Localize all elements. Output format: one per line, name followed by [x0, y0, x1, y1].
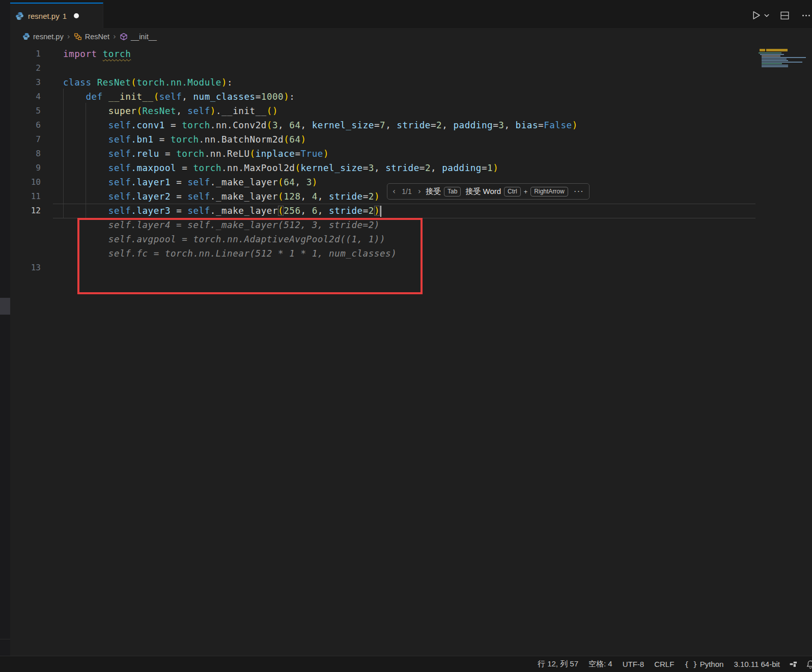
- run-python-file-button[interactable]: [750, 9, 770, 22]
- line-number-7[interactable]: 7: [10, 132, 41, 147]
- strip-divider: [0, 639, 10, 639]
- minimap-line: [766, 49, 788, 51]
- python-file-icon: [15, 12, 24, 20]
- code-line-12[interactable]: self.layer3 = self._make_layer(256, 6, s…: [63, 204, 381, 218]
- inline-suggestion-toolbar: ‹ 1/1 › 接受 Tab 接受 Word Ctrl + RightArrow…: [387, 183, 590, 200]
- indentation-item[interactable]: 空格: 4: [583, 656, 618, 672]
- tab-title: resnet.py: [28, 12, 60, 20]
- accept-word-label: 接受 Word: [465, 187, 501, 197]
- breadcrumb-class[interactable]: ResNet: [74, 33, 109, 41]
- suggestion-counter: 1/1: [400, 187, 413, 195]
- line-number-8[interactable]: 8: [10, 147, 41, 161]
- breadcrumb-method-label: __init__: [131, 33, 157, 41]
- minimap-line: [762, 62, 802, 63]
- accept-word-button[interactable]: 接受 Word Ctrl + RightArrow: [465, 187, 568, 197]
- code-line-7[interactable]: self.bn1 = torch.nn.BatchNorm2d(64): [63, 132, 306, 147]
- breadcrumb-class-label: ResNet: [85, 33, 109, 41]
- code-line-10[interactable]: self.layer1 = self._make_layer(64, 3): [63, 175, 318, 189]
- minimap-line: [760, 54, 784, 55]
- breadcrumb: resnet.py › ResNet › __init__: [10, 28, 812, 45]
- code-line-11[interactable]: self.layer2 = self._make_layer(128, 4, s…: [63, 189, 380, 204]
- status-bar: 行 12, 列 57 空格: 4 UTF-8 CRLF { } Python 3…: [0, 656, 812, 672]
- language-mode-item[interactable]: { } Python: [679, 656, 729, 672]
- minimap-line: [762, 66, 788, 67]
- code-line-6[interactable]: self.conv1 = torch.nn.Conv2d(3, 64, kern…: [63, 118, 578, 132]
- suggestion-more-button[interactable]: ···: [574, 186, 584, 197]
- method-symbol-icon: [120, 33, 128, 41]
- minimap-line: [759, 52, 781, 53]
- ctrl-keybinding: Ctrl: [504, 187, 521, 197]
- class-symbol-icon: [74, 33, 82, 41]
- tab-keybinding: Tab: [444, 187, 461, 197]
- line-number-10[interactable]: 10: [10, 175, 41, 189]
- line-number-9[interactable]: 9: [10, 161, 41, 175]
- breadcrumb-separator: ›: [113, 32, 116, 41]
- previous-suggestion-button[interactable]: ‹: [393, 187, 396, 196]
- minimap[interactable]: [10, 45, 812, 116]
- split-editor-icon: [780, 11, 790, 20]
- minimap-line: [762, 57, 806, 58]
- python-interpreter-item[interactable]: 3.10.11 64-bit: [729, 656, 785, 672]
- tab-problems-badge: 1: [63, 12, 67, 20]
- notifications-button[interactable]: [802, 656, 812, 672]
- breadcrumb-file[interactable]: resnet.py: [22, 33, 64, 41]
- tab-resnet-py[interactable]: resnet.py 1: [10, 3, 103, 28]
- line-number-11[interactable]: 11: [10, 189, 41, 204]
- encoding-item[interactable]: UTF-8: [618, 656, 650, 672]
- blocks-layout-icon: [789, 660, 798, 668]
- minimap-line: [760, 49, 765, 51]
- plus-sign: +: [524, 188, 528, 195]
- line-number-6[interactable]: 6: [10, 118, 41, 132]
- tab-bar: resnet.py 1: [10, 0, 812, 28]
- accept-suggestion-button[interactable]: 接受 Tab: [426, 187, 461, 197]
- code-editor[interactable]: 1import torch23class ResNet(torch.nn.Mod…: [10, 45, 812, 656]
- cursor-position-item[interactable]: 行 12, 列 57: [533, 656, 583, 672]
- python-file-icon: [22, 33, 30, 40]
- minimap-line: [762, 59, 787, 60]
- strip-drag-handle[interactable]: [0, 298, 10, 315]
- braces-icon: { }: [684, 660, 697, 668]
- split-editor-button[interactable]: [780, 9, 790, 22]
- more-actions-button[interactable]: [800, 9, 812, 22]
- play-triangle-icon: [753, 12, 760, 19]
- language-label: Python: [700, 660, 724, 668]
- minimap-line: [762, 63, 782, 64]
- accept-label: 接受: [426, 187, 441, 197]
- code-line-8[interactable]: self.relu = torch.nn.ReLU(inplace=True): [63, 147, 329, 161]
- breadcrumb-separator: ›: [67, 32, 70, 41]
- minimap-line: [762, 55, 780, 57]
- rightarrow-keybinding: RightArrow: [530, 187, 568, 197]
- annotation-red-box: [77, 218, 423, 294]
- vscode-window: resnet.py 1: [0, 0, 812, 672]
- activity-strip: [0, 0, 11, 656]
- minimap-line: [762, 60, 788, 61]
- breadcrumb-file-label: resnet.py: [33, 33, 64, 41]
- chevron-down-icon: [764, 12, 770, 18]
- minimap-line: [762, 65, 788, 66]
- unsaved-changes-dot[interactable]: [74, 13, 79, 18]
- extension-status-button[interactable]: [785, 656, 802, 672]
- line-number-12[interactable]: 12: [10, 204, 41, 218]
- line-number-13[interactable]: 13: [10, 261, 41, 275]
- editor-actions: [750, 3, 812, 28]
- code-line-9[interactable]: self.maxpool = torch.nn.MaxPool2d(kernel…: [63, 161, 498, 175]
- next-suggestion-button[interactable]: ›: [418, 187, 421, 196]
- bell-icon: [806, 660, 812, 669]
- breadcrumb-method[interactable]: __init__: [120, 33, 157, 41]
- eol-item[interactable]: CRLF: [649, 656, 679, 672]
